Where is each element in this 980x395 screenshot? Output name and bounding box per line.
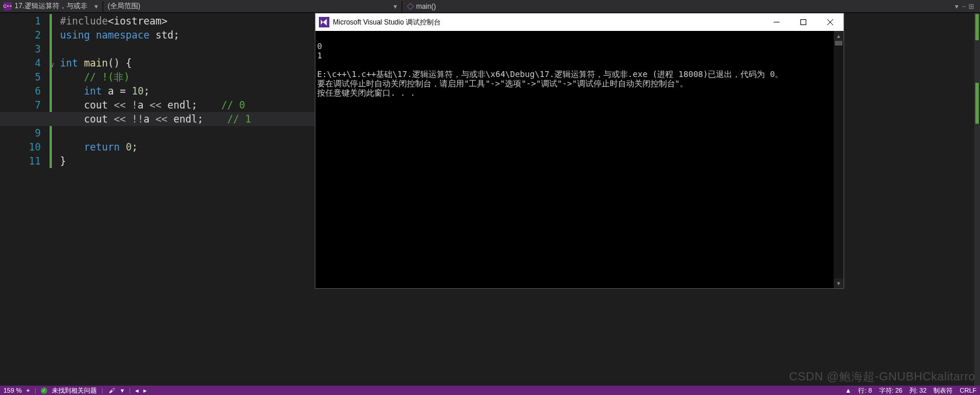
change-marker (975, 14, 979, 40)
file-tab[interactable]: C++ 17.逻辑运算符，与或非 (0, 0, 91, 12)
scope-dropdown-icon[interactable]: ▾ (390, 2, 401, 11)
change-marker (975, 83, 979, 124)
indent-mode[interactable]: 制表符 (933, 386, 953, 395)
cpp-file-icon: C++ (3, 2, 12, 11)
separator (103, 1, 103, 12)
line-number: 11 (0, 154, 41, 168)
line-number: 3 (0, 42, 41, 56)
file-name: 17.逻辑运算符，与或非 (15, 1, 87, 11)
cursor-col[interactable]: 列: 32 (909, 386, 926, 395)
line-number: 4 (0, 56, 41, 70)
separator (402, 1, 402, 12)
dock-window-icon[interactable]: ⊞ (968, 2, 974, 11)
cursor-char[interactable]: 字符: 26 (879, 386, 902, 395)
nav-next-icon[interactable]: ▸ (143, 387, 147, 394)
line-number: 5 (0, 70, 41, 84)
console-line: 按任意键关闭此窗口. . . (317, 88, 415, 97)
code-line[interactable] (60, 126, 315, 140)
split-window-icon[interactable]: − (962, 2, 966, 11)
console-scrollbar[interactable]: ▲ ▼ (834, 31, 844, 288)
debug-console-window[interactable]: Microsoft Visual Studio 调试控制台 0 1 E:\c++… (315, 13, 844, 289)
brush-dropdown-icon[interactable]: ▾ (121, 387, 124, 394)
code-editor[interactable]: 1 2 3 4 5 6 7 8 9 10 11 #include<iostrea… (0, 13, 315, 386)
code-line[interactable]: ∨int main() { (60, 56, 315, 70)
code-line[interactable]: #include<iostream> (60, 14, 315, 28)
close-button[interactable] (817, 13, 844, 31)
scroll-up-icon[interactable]: ▲ (834, 31, 844, 41)
line-number: 1 (0, 14, 41, 28)
maximize-button[interactable] (790, 13, 817, 31)
line-number: 9 (0, 126, 41, 140)
code-line[interactable]: } (60, 154, 315, 168)
line-number: 10 (0, 140, 41, 154)
function-dropdown-icon[interactable]: ▾ (951, 2, 962, 11)
code-line[interactable] (60, 42, 315, 56)
console-line: 1 (317, 51, 322, 60)
console-title: Microsoft Visual Studio 调试控制台 (333, 18, 441, 27)
overview-ruler[interactable] (974, 13, 980, 386)
code-line[interactable]: cout << !a << endl; // 0 (60, 98, 315, 112)
console-line: 要在调试停止时自动关闭控制台，请启用"工具"->"选项"->"调试"->"调试停… (317, 79, 688, 88)
vs-logo-icon (319, 17, 329, 27)
line-number: 2 (0, 28, 41, 42)
cursor-line[interactable]: 行: 8 (858, 386, 872, 395)
code-line[interactable]: using namespace std; (60, 28, 315, 42)
brush-icon[interactable]: 🖌 (108, 387, 116, 394)
scroll-thumb[interactable] (835, 41, 842, 46)
main-area: 1 2 3 4 5 6 7 8 9 10 11 #include<iostrea… (0, 13, 980, 386)
top-navigation-bar: C++ 17.逻辑运算符，与或非 ▾ (全局范围) ▾ main() ▾ − ⊞ (0, 0, 980, 13)
status-ok-icon: ✓ (41, 387, 47, 394)
console-line: E:\c++\1.c++基础\17.逻辑运算符，与或非\x64\Debug\17… (317, 69, 783, 79)
zoom-selector-icon[interactable]: ⌖ (26, 387, 30, 394)
line-ending[interactable]: CRLF (960, 387, 977, 394)
collapse-icon[interactable]: ∨ (50, 58, 54, 72)
scroll-down-icon[interactable]: ▼ (834, 278, 844, 288)
change-indicator (50, 14, 52, 168)
issues-text[interactable]: 未找到相关问题 (52, 386, 97, 395)
line-number-gutter: 1 2 3 4 5 6 7 8 9 10 11 (0, 13, 50, 386)
nav-prev-icon[interactable]: ◂ (135, 387, 139, 394)
line-number: 7 (0, 98, 41, 112)
minimize-button[interactable] (763, 13, 790, 31)
file-dropdown-icon[interactable]: ▾ (91, 2, 101, 11)
console-output[interactable]: 0 1 E:\c++\1.c++基础\17.逻辑运算符，与或非\x64\Debu… (315, 31, 844, 288)
function-cube-icon (407, 3, 414, 10)
status-bar: 159 % ⌖ | ✓ 未找到相关问题 | 🖌 ▾ | ◂ ▸ ▲ 行: 8 字… (0, 386, 980, 395)
console-line: 0 (317, 41, 322, 51)
zoom-level[interactable]: 159 % (3, 387, 22, 394)
line-number: 6 (0, 84, 41, 98)
code-text-area[interactable]: #include<iostream> using namespace std; … (50, 13, 315, 386)
nav-up-icon[interactable]: ▲ (845, 387, 851, 394)
svg-rect-2 (801, 20, 806, 25)
code-line[interactable]: // !(非) (60, 70, 315, 84)
code-line-current[interactable]: cout << !!a << endl; // 1 (0, 112, 315, 126)
code-line[interactable]: int a = 10; (60, 84, 315, 98)
function-dropdown[interactable]: main() (416, 2, 436, 11)
code-line[interactable]: return 0; (60, 140, 315, 154)
scope-dropdown[interactable]: (全局范围) (108, 1, 140, 11)
console-titlebar[interactable]: Microsoft Visual Studio 调试控制台 (315, 13, 844, 31)
